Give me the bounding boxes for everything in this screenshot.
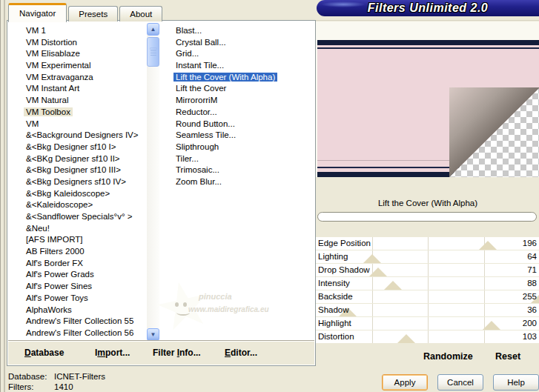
- category-item-bkg-designer-sf10-ii[interactable]: &<BKg Designer sf10 II>: [24, 153, 147, 165]
- slider-label: Drop Shadow: [318, 265, 370, 274]
- slider-value: 200: [523, 319, 537, 328]
- slider-thumb[interactable]: [369, 268, 387, 276]
- slider-backside[interactable]: Backside255: [316, 290, 539, 303]
- filter-item-label: Blast...: [173, 26, 204, 35]
- category-item-vm-instant-art[interactable]: VM Instant Art: [24, 83, 147, 95]
- category-item-afs-import[interactable]: [AFS IMPORT]: [24, 234, 147, 246]
- randomize-button[interactable]: Randomize: [423, 351, 473, 362]
- category-item-label: Alf's Power Toys: [24, 293, 90, 302]
- category-item-vm[interactable]: VM: [24, 119, 147, 130]
- slider-tick: [372, 237, 373, 250]
- filter-item-label: Slipthrough: [173, 142, 221, 151]
- slider-thumb[interactable]: [479, 241, 497, 250]
- filter-item-label: Instant Tile...: [173, 61, 226, 70]
- slider-tick: [428, 304, 429, 316]
- category-item-vm-elisablaze[interactable]: VM Elisablaze: [24, 48, 147, 60]
- category-item-sandflower-specials-v[interactable]: &<Sandflower Specials°v° >: [24, 211, 147, 223]
- category-item-vm-experimental[interactable]: VM Experimental: [24, 60, 147, 72]
- category-item-label: VM Experimental: [24, 61, 93, 70]
- filter-item-zoom-blur[interactable]: Zoom Blur...: [173, 176, 315, 188]
- slider-tick: [372, 290, 373, 303]
- preview-progress-bar: [317, 212, 537, 222]
- scrollbar-up-icon[interactable]: ▲: [147, 23, 159, 36]
- filter-item-seamless-tile[interactable]: Seamless Tile...: [173, 130, 315, 142]
- filter-item-blast[interactable]: Blast...: [173, 25, 315, 37]
- filter-item-label: Seamless Tile...: [173, 130, 238, 139]
- filter-item-reductor[interactable]: Reductor...: [173, 107, 315, 119]
- slider-thumb[interactable]: [384, 281, 402, 290]
- category-item-label: Andrew's Filter Collection 55: [24, 316, 136, 325]
- status-label: Database:: [8, 372, 54, 381]
- slider-stack: Edge Position196Lighting64Drop Shadow71I…: [316, 237, 539, 344]
- category-item-label: Alf's Power Sines: [24, 282, 94, 290]
- filter-item-trimosaic[interactable]: Trimosaic...: [173, 165, 315, 176]
- cancel-button[interactable]: Cancel: [437, 374, 483, 391]
- category-item-bkg-designers-sf10-iv[interactable]: &<Bkg Designers sf10 IV>: [24, 176, 147, 188]
- category-item-alf-s-power-grads[interactable]: Alf's Power Grads: [24, 269, 147, 281]
- preview-stripe-top: [317, 40, 539, 45]
- slider-thumb[interactable]: [483, 321, 500, 330]
- toolbar-button-import[interactable]: Import...: [95, 348, 130, 358]
- category-item-andrew-s-filter-collection-55[interactable]: Andrew's Filter Collection 55: [24, 316, 147, 328]
- slider-tick: [484, 304, 485, 316]
- tab-about[interactable]: About: [119, 6, 162, 21]
- apply-button[interactable]: Apply: [382, 374, 428, 391]
- slider-edge-position[interactable]: Edge Position196: [316, 237, 539, 250]
- filter-item-lift-the-cover-with-alpha[interactable]: Lift the Cover (With Alpha): [173, 72, 315, 84]
- category-item-label: &<Bkg Designer sf10 III>: [24, 165, 123, 174]
- category-item-bkg-designer-sf10-iii[interactable]: &<Bkg Designer sf10 III>: [24, 165, 147, 176]
- title-banner: Filters Unlimited 2.0: [317, 0, 539, 16]
- slider-intensity[interactable]: Intensity88: [316, 277, 539, 290]
- category-item-alf-s-border-fx[interactable]: Alf's Border FX: [24, 258, 147, 270]
- slider-thumb[interactable]: [397, 334, 415, 343]
- tab-presets[interactable]: Presets: [68, 6, 118, 21]
- category-item-alf-s-power-toys[interactable]: Alf's Power Toys: [24, 293, 147, 305]
- category-item-alf-s-power-sines[interactable]: Alf's Power Sines: [24, 281, 147, 293]
- category-item-alphaworks[interactable]: AlphaWorks: [24, 305, 147, 316]
- toolbar-button-database[interactable]: Database: [24, 348, 64, 358]
- category-item-label: &<Bkg Kaleidoscope>: [24, 189, 112, 198]
- slider-shadow[interactable]: Shadow36: [316, 304, 539, 316]
- scrollbar-down-icon[interactable]: ▼: [147, 328, 159, 341]
- filter-item-label: Lift the Cover (With Alpha): [173, 73, 277, 82]
- category-item-andrew-s-filter-collection-56[interactable]: Andrew's Filter Collection 56: [24, 328, 147, 339]
- category-item-kaleidoscope[interactable]: &<Kaleidoscope>: [24, 199, 147, 211]
- category-item-neu[interactable]: &Neu!: [24, 223, 147, 235]
- reset-button[interactable]: Reset: [495, 351, 520, 362]
- category-item-vm-natural[interactable]: VM Natural: [24, 95, 147, 107]
- filter-item-slipthrough[interactable]: Slipthrough: [173, 142, 315, 153]
- slider-value: 88: [527, 279, 537, 288]
- slider-drop-shadow[interactable]: Drop Shadow71: [316, 264, 539, 276]
- category-item-vm-toolbox[interactable]: VM Toolbox: [24, 107, 147, 119]
- slider-distortion[interactable]: Distortion103: [316, 330, 539, 343]
- filter-item-grid[interactable]: Grid...: [173, 48, 315, 60]
- category-item-label: VM Natural: [24, 96, 71, 104]
- toolbar-button-filter-info[interactable]: Filter Info...: [153, 348, 201, 358]
- slider-thumb[interactable]: [363, 254, 381, 263]
- filter-item-lift-the-cover[interactable]: Lift the Cover: [173, 83, 315, 95]
- category-item-background-designers-iv[interactable]: &<Background Designers IV>: [24, 130, 147, 142]
- category-item-vm-extravaganza[interactable]: VM Extravaganza: [24, 72, 147, 84]
- filter-item-mirrororrim[interactable]: MirrororriM: [173, 95, 315, 107]
- title-banner-text: Filters Unlimited 2.0: [368, 1, 489, 15]
- filter-item-label: Round Button...: [173, 119, 237, 128]
- filter-item-crystal-ball[interactable]: Crystal Ball...: [173, 37, 315, 49]
- slider-lighting[interactable]: Lighting64: [316, 250, 539, 263]
- scrollbar-thumb[interactable]: [147, 37, 159, 67]
- filter-item-round-button[interactable]: Round Button...: [173, 119, 315, 130]
- slider-highlight[interactable]: Highlight200: [316, 317, 539, 330]
- tab-navigator[interactable]: Navigator: [8, 3, 67, 22]
- category-scrollbar[interactable]: ▲ ▼: [147, 23, 159, 341]
- toolbar-button-editor[interactable]: Editor...: [225, 348, 257, 358]
- category-item-vm-1[interactable]: VM 1: [24, 25, 147, 37]
- slider-tick: [428, 237, 429, 250]
- category-item-ab-filters-2000[interactable]: AB Filters 2000: [24, 246, 147, 258]
- filter-item-tiler[interactable]: Tiler...: [173, 153, 315, 165]
- preview-image[interactable]: [317, 40, 539, 177]
- filter-item-instant-tile[interactable]: Instant Tile...: [173, 60, 315, 72]
- slider-label: Distortion: [318, 332, 354, 341]
- category-item-bkg-kaleidoscope[interactable]: &<Bkg Kaleidoscope>: [24, 188, 147, 200]
- help-button[interactable]: Help: [493, 374, 539, 391]
- category-item-vm-distortion[interactable]: VM Distortion: [24, 37, 147, 49]
- category-item-bkg-designer-sf10-i[interactable]: &<Bkg Designer sf10 I>: [24, 142, 147, 153]
